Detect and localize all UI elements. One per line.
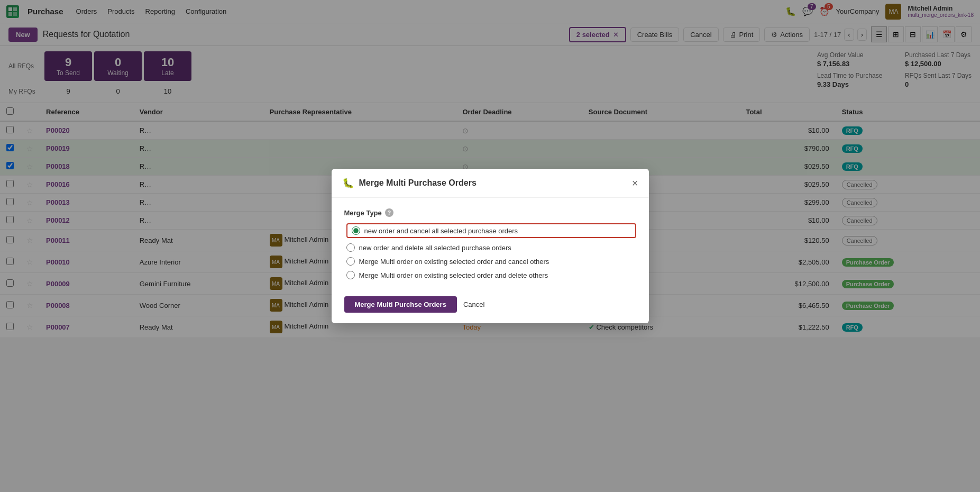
radio-option-2[interactable]: new order and delete all selected purcha… bbox=[346, 243, 636, 252]
radio-input-2[interactable] bbox=[346, 243, 355, 252]
radio-label-2: new order and delete all selected purcha… bbox=[359, 244, 511, 252]
modal-close-button[interactable]: × bbox=[632, 178, 638, 188]
radio-label-1: new order and cancel all selected purcha… bbox=[364, 227, 518, 235]
radio-input-1[interactable] bbox=[352, 226, 360, 235]
radio-option-1[interactable]: new order and cancel all selected purcha… bbox=[346, 223, 636, 238]
radio-input-4[interactable] bbox=[346, 271, 355, 279]
modal-overlay[interactable]: 🐛 Merge Multi Purchase Orders × Merge Ty… bbox=[0, 0, 980, 338]
modal-cancel-button[interactable]: Cancel bbox=[463, 300, 484, 308]
radio-label-4: Merge Multi order on existing selected o… bbox=[359, 271, 548, 279]
merge-modal: 🐛 Merge Multi Purchase Orders × Merge Ty… bbox=[332, 169, 649, 323]
modal-body: Merge Type ? new order and cancel all se… bbox=[332, 198, 649, 290]
merge-type-text: Merge Type bbox=[344, 209, 382, 217]
radio-group: new order and cancel all selected purcha… bbox=[346, 223, 636, 279]
radio-option-3[interactable]: Merge Multi order on existing selected o… bbox=[346, 257, 636, 266]
modal-bug-icon: 🐛 bbox=[342, 177, 354, 189]
help-icon[interactable]: ? bbox=[385, 208, 393, 217]
radio-input-3[interactable] bbox=[346, 257, 355, 266]
modal-title: Merge Multi Purchase Orders bbox=[359, 178, 627, 188]
radio-label-3: Merge Multi order on existing selected o… bbox=[359, 258, 549, 266]
radio-option-4[interactable]: Merge Multi order on existing selected o… bbox=[346, 271, 636, 279]
merge-type-label: Merge Type ? bbox=[344, 208, 636, 217]
modal-footer: Merge Multi Purchse Orders Cancel bbox=[332, 290, 649, 323]
merge-button[interactable]: Merge Multi Purchse Orders bbox=[344, 296, 457, 313]
modal-header: 🐛 Merge Multi Purchase Orders × bbox=[332, 169, 649, 198]
